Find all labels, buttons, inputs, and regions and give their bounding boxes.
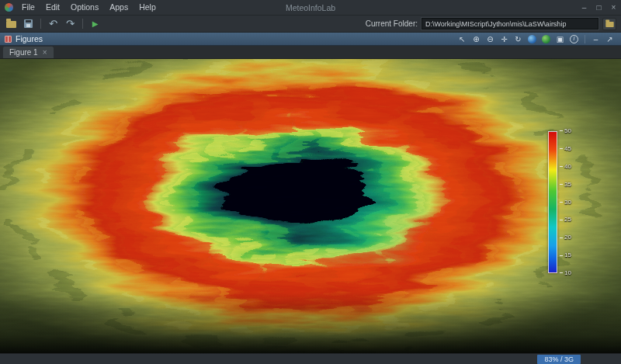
select-tool-button[interactable]: ↖ bbox=[456, 33, 468, 45]
minimize-button[interactable]: – bbox=[577, 0, 592, 15]
colorbar-tick: 10 bbox=[560, 270, 571, 276]
hurricane-visualization bbox=[0, 59, 621, 353]
menu-edit[interactable]: Edit bbox=[40, 0, 65, 15]
current-folder-label: Current Folder: bbox=[366, 19, 418, 28]
colorbar: 50 45 40 35 30 25 20 15 10 bbox=[548, 131, 557, 273]
colorbar-labels: 50 45 40 35 30 25 20 15 10 bbox=[560, 128, 571, 276]
pan-button[interactable]: ✛ bbox=[498, 33, 510, 45]
minimize-panel-icon: – bbox=[594, 35, 598, 43]
current-folder-input[interactable] bbox=[422, 18, 598, 29]
zoom-in-icon: ⊕ bbox=[473, 35, 479, 43]
globe-icon bbox=[528, 35, 536, 43]
close-button[interactable]: × bbox=[606, 0, 621, 15]
colorbar-tick: 15 bbox=[560, 252, 571, 258]
run-icon: ▶ bbox=[92, 19, 99, 28]
toolbar-separator bbox=[40, 19, 41, 29]
redo-icon: ↷ bbox=[66, 18, 75, 29]
map-view-button[interactable] bbox=[540, 33, 552, 45]
menu-help[interactable]: Help bbox=[134, 0, 161, 15]
tab-close-icon[interactable]: × bbox=[43, 49, 47, 57]
menu-apps[interactable]: Apps bbox=[104, 0, 134, 15]
run-script-button[interactable]: ▶ bbox=[88, 17, 102, 31]
rotate-button[interactable]: ↻ bbox=[512, 33, 524, 45]
panel-separator bbox=[585, 35, 585, 43]
menu-file[interactable]: File bbox=[16, 0, 40, 15]
menubar: File Edit Options Apps Help MeteoInfoLab… bbox=[0, 0, 621, 16]
pan-icon: ✛ bbox=[501, 35, 507, 43]
colorbar-tick: 25 bbox=[560, 217, 571, 223]
info-icon: i bbox=[570, 35, 578, 43]
tab-label: Figure 1 bbox=[9, 48, 38, 57]
colorbar-tick: 50 bbox=[560, 128, 571, 134]
float-panel-icon: ↗ bbox=[606, 35, 612, 43]
current-folder-group: Current Folder: bbox=[366, 18, 616, 30]
save-disk-icon bbox=[24, 19, 33, 28]
app-logo-icon bbox=[5, 3, 13, 12]
window-controls: – □ × bbox=[577, 0, 621, 15]
memory-usage-badge[interactable]: 83% / 3G bbox=[537, 355, 581, 364]
main-toolbar: ↶ ↷ ▶ Current Folder: bbox=[0, 16, 621, 33]
menu-options[interactable]: Options bbox=[65, 0, 104, 15]
save-button[interactable] bbox=[21, 17, 36, 31]
browse-folder-button[interactable] bbox=[602, 18, 616, 30]
undo-button[interactable]: ↶ bbox=[46, 17, 61, 31]
statusbar: 83% / 3G bbox=[0, 353, 621, 364]
toolbar-separator bbox=[82, 19, 83, 29]
tab-figure-1[interactable]: Figure 1 × bbox=[2, 46, 54, 58]
figure-tools: ↖ ⊕ ⊖ ✛ ↻ ▣ i – ↗ bbox=[456, 33, 616, 45]
colorbar-tick: 40 bbox=[560, 164, 571, 170]
maximize-button[interactable]: □ bbox=[592, 0, 606, 15]
zoom-in-button[interactable]: ⊕ bbox=[470, 33, 482, 45]
colorbar-tick: 20 bbox=[560, 234, 571, 241]
colorbar-tick: 35 bbox=[560, 182, 571, 188]
minimize-panel-button[interactable]: – bbox=[590, 33, 602, 45]
colorbar-gradient bbox=[548, 131, 557, 273]
open-folder-icon bbox=[6, 21, 16, 28]
colorbar-tick: 30 bbox=[560, 199, 571, 206]
zoom-out-button[interactable]: ⊖ bbox=[484, 33, 496, 45]
undo-icon: ↶ bbox=[49, 18, 57, 29]
colorbar-tick: 45 bbox=[560, 146, 571, 152]
figures-panel-icon bbox=[5, 36, 12, 43]
figure-canvas[interactable]: 50 45 40 35 30 25 20 15 10 bbox=[0, 59, 621, 353]
image-icon: ▣ bbox=[557, 35, 564, 43]
browse-folder-icon bbox=[605, 22, 613, 27]
figures-panel-title: Figures bbox=[16, 34, 43, 43]
select-arrow-icon: ↖ bbox=[459, 35, 465, 43]
figure-info-button[interactable]: i bbox=[568, 33, 580, 45]
float-panel-button[interactable]: ↗ bbox=[604, 33, 616, 45]
open-file-button[interactable] bbox=[4, 17, 19, 31]
figures-panel-header: Figures ↖ ⊕ ⊖ ✛ ↻ ▣ i – ↗ bbox=[0, 33, 621, 46]
green-globe-icon bbox=[542, 35, 550, 43]
figure-tabbar: Figure 1 × bbox=[0, 46, 621, 59]
save-image-button[interactable]: ▣ bbox=[554, 33, 566, 45]
rotate-icon: ↻ bbox=[515, 35, 521, 43]
globe-view-button[interactable] bbox=[526, 33, 538, 45]
zoom-out-icon: ⊖ bbox=[487, 35, 493, 43]
meteoinfolab-window: File Edit Options Apps Help MeteoInfoLab… bbox=[0, 0, 621, 364]
redo-button[interactable]: ↷ bbox=[63, 17, 78, 31]
